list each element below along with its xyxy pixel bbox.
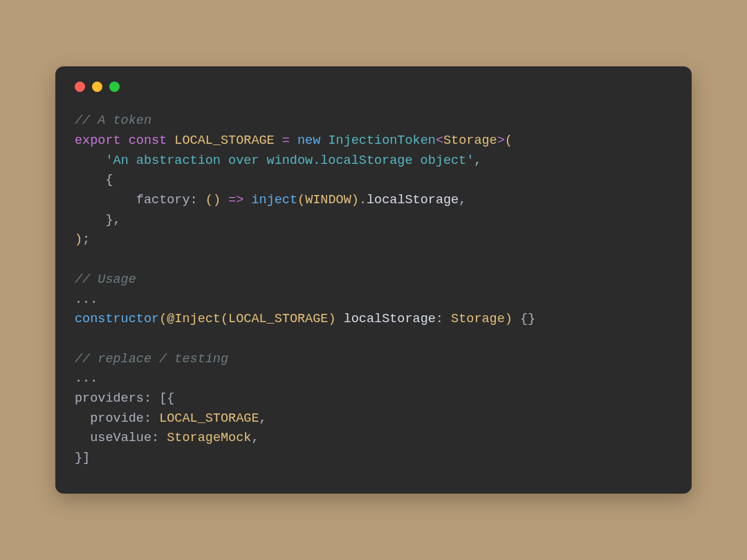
usevalue-val: StorageMock [167, 431, 251, 445]
comment-replace: // replace / testing [75, 352, 228, 366]
at-sign: @ [167, 312, 174, 326]
const-name: LOCAL_STORAGE [174, 133, 274, 148]
arrow-open: ( [205, 193, 213, 207]
keyword-new: new [297, 133, 320, 148]
comma: , [251, 431, 259, 445]
colon: : [144, 391, 151, 406]
provide-key: provide [90, 411, 144, 426]
gt: > [497, 133, 505, 148]
string-literal: 'An abstraction over window.localStorage… [105, 153, 474, 168]
generic-type: Storage [443, 133, 497, 148]
window-token: WINDOW [305, 193, 351, 207]
lt: < [436, 133, 443, 148]
equals-op: = [282, 133, 290, 148]
window-controls [75, 82, 672, 92]
inject-open: ( [297, 193, 305, 207]
ctor-body: {} [520, 312, 535, 326]
arrow-op: => [228, 193, 243, 207]
comment-token: // A token [75, 113, 151, 128]
close-icon[interactable] [75, 82, 85, 92]
inject-close: ) [351, 193, 359, 207]
constructor-keyword: constructor [75, 312, 159, 326]
ctor-open: ( [159, 312, 167, 326]
inject-decorator: Inject [174, 312, 221, 326]
comma: , [474, 153, 481, 168]
comment-usage: // Usage [75, 272, 136, 287]
usevalue-key: useValue [90, 431, 151, 445]
inject-call: inject [251, 193, 297, 207]
ellipsis: ... [75, 292, 98, 307]
keyword-export: export [75, 133, 121, 148]
dot: . [359, 193, 367, 207]
local-storage-prop: localStorage [367, 193, 459, 207]
token-arg: LOCAL_STORAGE [228, 312, 328, 326]
comma: , [113, 213, 121, 227]
close-brace: } [105, 213, 113, 227]
dec-close: ) [328, 312, 335, 326]
keyword-const: const [129, 133, 167, 148]
comma: , [459, 193, 466, 207]
provide-val: LOCAL_STORAGE [159, 411, 259, 426]
param-type: Storage [451, 312, 505, 326]
ctor-close: ) [505, 312, 513, 326]
colon: : [436, 312, 443, 326]
colon: : [190, 193, 198, 207]
open-paren: ( [505, 133, 513, 148]
code-editor-window: // A token export const LOCAL_STORAGE = … [55, 66, 692, 493]
arrow-close: ) [213, 193, 221, 207]
semicolon: ; [82, 232, 90, 247]
array-close: }] [75, 451, 90, 465]
comma: , [259, 411, 266, 426]
code-block: // A token export const LOCAL_STORAGE = … [75, 111, 672, 468]
param-name: localStorage [344, 312, 436, 326]
ellipsis: ... [75, 371, 98, 386]
colon: : [151, 431, 159, 445]
close-paren: ) [75, 232, 82, 247]
minimize-icon[interactable] [92, 82, 102, 92]
colon: : [144, 411, 151, 426]
dec-open: ( [221, 312, 228, 326]
class-name: InjectionToken [328, 133, 435, 148]
open-brace: { [105, 173, 113, 187]
prop-factory: factory [136, 193, 190, 207]
array-open: [{ [159, 391, 174, 406]
providers-key: providers [75, 391, 144, 406]
zoom-icon[interactable] [109, 82, 120, 92]
